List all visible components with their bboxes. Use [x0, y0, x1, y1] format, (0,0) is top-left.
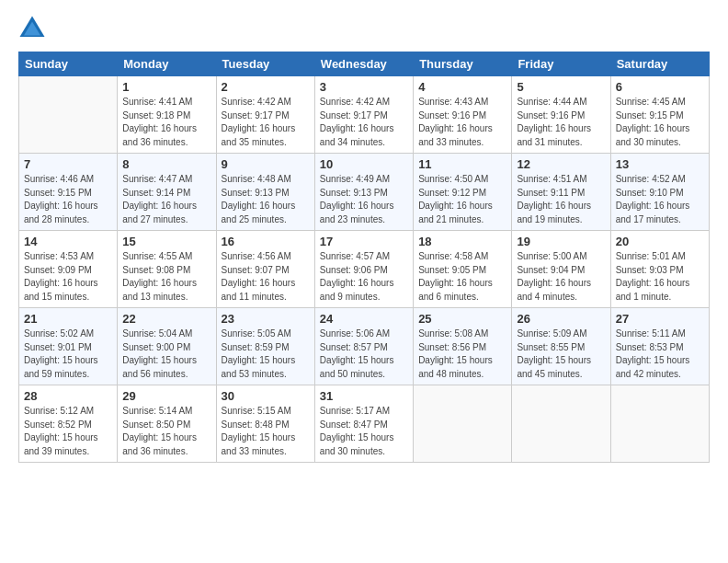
day-info: Sunrise: 5:08 AM Sunset: 8:56 PM Dayligh…: [418, 327, 506, 381]
day-number: 29: [122, 389, 210, 403]
day-info: Sunrise: 4:56 AM Sunset: 9:07 PM Dayligh…: [222, 250, 310, 304]
day-number: 24: [320, 312, 408, 326]
calendar-cell: 20Sunrise: 5:01 AM Sunset: 9:03 PM Dayli…: [610, 231, 709, 308]
day-number: 23: [222, 312, 310, 326]
calendar-cell: 31Sunrise: 5:17 AM Sunset: 8:47 PM Dayli…: [314, 385, 413, 463]
calendar-week-row: 28Sunrise: 5:12 AM Sunset: 8:52 PM Dayli…: [19, 385, 710, 463]
day-info: Sunrise: 5:02 AM Sunset: 9:01 PM Dayligh…: [24, 327, 112, 381]
calendar-cell: 8Sunrise: 4:47 AM Sunset: 9:14 PM Daylig…: [118, 154, 216, 231]
calendar-cell: 24Sunrise: 5:06 AM Sunset: 8:57 PM Dayli…: [314, 308, 413, 385]
day-info: Sunrise: 4:51 AM Sunset: 9:11 PM Dayligh…: [517, 173, 605, 226]
day-info: Sunrise: 5:05 AM Sunset: 8:59 PM Dayligh…: [222, 327, 310, 381]
calendar-cell: 25Sunrise: 5:08 AM Sunset: 8:56 PM Dayli…: [414, 308, 512, 385]
calendar-cell: 1Sunrise: 4:41 AM Sunset: 9:18 PM Daylig…: [118, 76, 216, 154]
day-number: 4: [418, 80, 506, 94]
calendar-cell: 30Sunrise: 5:15 AM Sunset: 8:48 PM Dayli…: [216, 385, 314, 463]
day-number: 15: [122, 235, 210, 248]
calendar-cell: 13Sunrise: 4:52 AM Sunset: 9:10 PM Dayli…: [610, 154, 709, 231]
day-info: Sunrise: 4:42 AM Sunset: 9:17 PM Dayligh…: [222, 96, 310, 149]
calendar-header-saturday: Saturday: [610, 52, 709, 76]
day-info: Sunrise: 4:53 AM Sunset: 9:09 PM Dayligh…: [24, 250, 112, 304]
day-info: Sunrise: 4:42 AM Sunset: 9:17 PM Dayligh…: [320, 96, 408, 149]
day-number: 5: [517, 80, 605, 94]
calendar-header-thursday: Thursday: [414, 52, 512, 76]
day-number: 20: [616, 235, 704, 248]
logo-icon: [18, 15, 46, 42]
day-number: 9: [222, 157, 310, 171]
day-info: Sunrise: 4:57 AM Sunset: 9:06 PM Dayligh…: [320, 250, 408, 304]
calendar-cell: 28Sunrise: 5:12 AM Sunset: 8:52 PM Dayli…: [19, 385, 118, 463]
calendar-header-monday: Monday: [118, 52, 216, 76]
calendar-cell: 23Sunrise: 5:05 AM Sunset: 8:59 PM Dayli…: [216, 308, 314, 385]
day-number: 11: [418, 157, 506, 171]
day-info: Sunrise: 5:11 AM Sunset: 8:53 PM Dayligh…: [616, 327, 704, 381]
day-number: 31: [320, 389, 408, 403]
calendar-header-sunday: Sunday: [19, 52, 118, 76]
calendar-cell: [512, 385, 610, 463]
day-number: 28: [24, 389, 112, 403]
day-number: 7: [24, 157, 112, 171]
calendar-header-wednesday: Wednesday: [314, 52, 413, 76]
calendar-cell: 4Sunrise: 4:43 AM Sunset: 9:16 PM Daylig…: [414, 76, 512, 154]
day-info: Sunrise: 5:17 AM Sunset: 8:47 PM Dayligh…: [320, 405, 408, 458]
calendar-cell: [610, 385, 709, 463]
calendar-cell: 16Sunrise: 4:56 AM Sunset: 9:07 PM Dayli…: [216, 231, 314, 308]
calendar-cell: 18Sunrise: 4:58 AM Sunset: 9:05 PM Dayli…: [414, 231, 512, 308]
day-info: Sunrise: 5:06 AM Sunset: 8:57 PM Dayligh…: [320, 327, 408, 381]
day-info: Sunrise: 4:49 AM Sunset: 9:13 PM Dayligh…: [320, 173, 408, 226]
day-number: 13: [616, 157, 704, 171]
day-number: 21: [24, 312, 112, 326]
day-info: Sunrise: 4:52 AM Sunset: 9:10 PM Dayligh…: [616, 173, 704, 226]
calendar-cell: 3Sunrise: 4:42 AM Sunset: 9:17 PM Daylig…: [314, 76, 413, 154]
page: SundayMondayTuesdayWednesdayThursdayFrid…: [0, 0, 728, 563]
calendar-cell: 15Sunrise: 4:55 AM Sunset: 9:08 PM Dayli…: [118, 231, 216, 308]
day-info: Sunrise: 4:46 AM Sunset: 9:15 PM Dayligh…: [24, 173, 112, 226]
day-info: Sunrise: 4:44 AM Sunset: 9:16 PM Dayligh…: [517, 96, 605, 149]
day-info: Sunrise: 4:45 AM Sunset: 9:15 PM Dayligh…: [616, 96, 704, 149]
calendar-cell: 26Sunrise: 5:09 AM Sunset: 8:55 PM Dayli…: [512, 308, 610, 385]
day-info: Sunrise: 4:41 AM Sunset: 9:18 PM Dayligh…: [122, 96, 210, 149]
calendar-cell: 14Sunrise: 4:53 AM Sunset: 9:09 PM Dayli…: [19, 231, 118, 308]
day-info: Sunrise: 5:12 AM Sunset: 8:52 PM Dayligh…: [24, 405, 112, 458]
calendar-cell: 9Sunrise: 4:48 AM Sunset: 9:13 PM Daylig…: [216, 154, 314, 231]
day-number: 3: [320, 80, 408, 94]
day-info: Sunrise: 4:55 AM Sunset: 9:08 PM Dayligh…: [122, 250, 210, 304]
day-number: 19: [517, 235, 605, 248]
calendar-cell: 27Sunrise: 5:11 AM Sunset: 8:53 PM Dayli…: [610, 308, 709, 385]
calendar-cell: 6Sunrise: 4:45 AM Sunset: 9:15 PM Daylig…: [610, 76, 709, 154]
calendar-cell: 12Sunrise: 4:51 AM Sunset: 9:11 PM Dayli…: [512, 154, 610, 231]
calendar-cell: 2Sunrise: 4:42 AM Sunset: 9:17 PM Daylig…: [216, 76, 314, 154]
day-info: Sunrise: 5:14 AM Sunset: 8:50 PM Dayligh…: [122, 405, 210, 458]
day-number: 27: [616, 312, 704, 326]
day-info: Sunrise: 4:58 AM Sunset: 9:05 PM Dayligh…: [418, 250, 506, 304]
day-info: Sunrise: 5:00 AM Sunset: 9:04 PM Dayligh…: [517, 250, 605, 304]
calendar-cell: 29Sunrise: 5:14 AM Sunset: 8:50 PM Dayli…: [118, 385, 216, 463]
day-number: 6: [616, 80, 704, 94]
logo: [18, 15, 50, 42]
day-number: 17: [320, 235, 408, 248]
calendar-header-row: SundayMondayTuesdayWednesdayThursdayFrid…: [19, 52, 710, 76]
day-info: Sunrise: 5:04 AM Sunset: 9:00 PM Dayligh…: [122, 327, 210, 381]
calendar-week-row: 1Sunrise: 4:41 AM Sunset: 9:18 PM Daylig…: [19, 76, 710, 154]
calendar-header-tuesday: Tuesday: [216, 52, 314, 76]
calendar-cell: 22Sunrise: 5:04 AM Sunset: 9:00 PM Dayli…: [118, 308, 216, 385]
day-number: 18: [418, 235, 506, 248]
calendar-cell: 19Sunrise: 5:00 AM Sunset: 9:04 PM Dayli…: [512, 231, 610, 308]
calendar-week-row: 21Sunrise: 5:02 AM Sunset: 9:01 PM Dayli…: [19, 308, 710, 385]
calendar-week-row: 14Sunrise: 4:53 AM Sunset: 9:09 PM Dayli…: [19, 231, 710, 308]
calendar-cell: [414, 385, 512, 463]
day-info: Sunrise: 4:47 AM Sunset: 9:14 PM Dayligh…: [122, 173, 210, 226]
day-info: Sunrise: 4:48 AM Sunset: 9:13 PM Dayligh…: [222, 173, 310, 226]
day-number: 10: [320, 157, 408, 171]
day-number: 16: [222, 235, 310, 248]
day-info: Sunrise: 4:50 AM Sunset: 9:12 PM Dayligh…: [418, 173, 506, 226]
calendar-week-row: 7Sunrise: 4:46 AM Sunset: 9:15 PM Daylig…: [19, 154, 710, 231]
day-number: 8: [122, 157, 210, 171]
day-number: 26: [517, 312, 605, 326]
day-number: 12: [517, 157, 605, 171]
calendar-cell: 21Sunrise: 5:02 AM Sunset: 9:01 PM Dayli…: [19, 308, 118, 385]
day-info: Sunrise: 5:01 AM Sunset: 9:03 PM Dayligh…: [616, 250, 704, 304]
calendar-cell: [19, 76, 118, 154]
day-number: 14: [24, 235, 112, 248]
day-info: Sunrise: 5:09 AM Sunset: 8:55 PM Dayligh…: [517, 327, 605, 381]
